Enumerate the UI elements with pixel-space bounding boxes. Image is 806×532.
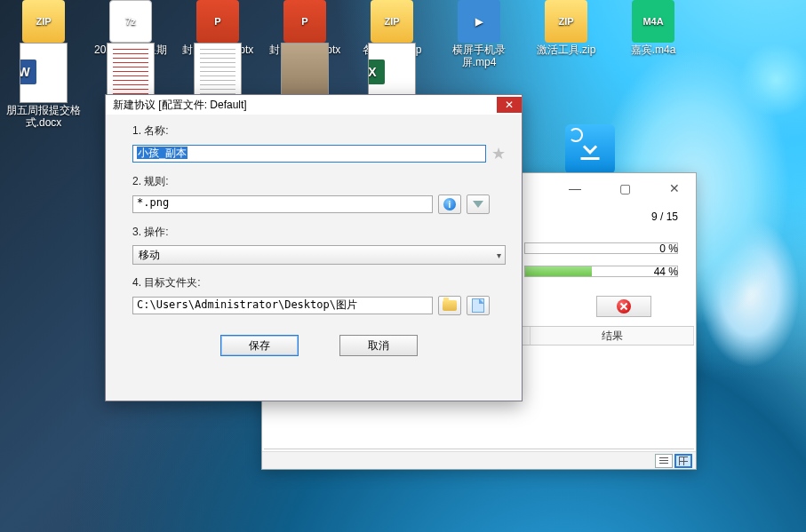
cancel-button[interactable]: 取消 [339,335,418,356]
view-list-button[interactable] [655,454,673,468]
error-icon [617,299,631,314]
action-label: 3. 操作: [132,225,506,240]
folder-icon [443,300,457,311]
progress-pct-1: 0 % [659,242,678,255]
maximize-button[interactable]: ▢ [607,179,642,198]
file-type-icon: ▶ [458,0,500,43]
desktop-icon[interactable]: ZIP激活工具.zip [523,0,610,69]
file-type-icon: M4A [632,0,674,43]
name-label: 1. 名称: [132,123,506,139]
icon-label: 嘉宾.m4a [610,44,697,57]
browse-folder-button[interactable] [438,296,461,315]
rule-label: 2. 规则: [132,174,506,189]
desktop-icon[interactable]: ▶横屏手机录屏.mp4 [435,0,523,69]
note-icon [472,298,484,313]
action-select[interactable]: 移动 ▾ [132,245,506,265]
file-type-icon: 7z [109,0,152,43]
file-type-icon: ZIP [371,0,413,43]
file-type-icon: P [196,0,239,43]
app-badge-icon: X [368,60,385,84]
icon-label: 横屏手机录屏.mp4 [435,44,523,69]
table-header-result[interactable]: 结果 [531,327,694,345]
chevron-down-icon: ▾ [497,250,501,260]
file-type-icon: ZIP [545,0,587,43]
rule-filter-button[interactable] [467,195,490,214]
name-input[interactable]: 小孩_副本 [132,145,486,163]
abort-button[interactable] [596,296,651,317]
desktop-icon[interactable]: M4A嘉宾.m4a [610,0,697,69]
target-notes-button[interactable] [467,296,490,315]
action-value: 移动 [139,248,160,263]
save-button[interactable]: 保存 [220,335,299,356]
rule-info-button[interactable]: i [438,195,461,214]
new-protocol-dialog: 新建协议 [配置文件: Default] ✕ 1. 名称: 小孩_副本 ★ 2.… [105,94,523,401]
funnel-icon [473,201,483,208]
icon-label: 朋五周报提交格式.docx [0,105,87,130]
file-type-icon: P [283,0,326,43]
dialog-close-button[interactable]: ✕ [497,97,522,113]
minimize-button[interactable]: — [557,179,593,198]
desktop-icon[interactable]: W朋五周报提交格式.docx [0,43,87,130]
icon-label: 激活工具.zip [523,44,610,57]
rule-input[interactable]: *.png [132,195,433,213]
app-badge-icon: W [20,60,36,84]
counter-label: 9 / 15 [651,210,678,223]
view-grid-button[interactable] [674,454,692,468]
info-icon: i [443,198,456,210]
progress-bar-1 [524,242,678,254]
target-label: 4. 目标文件夹: [132,275,506,290]
close-button[interactable]: ✕ [657,179,692,198]
file-thumb: W [20,43,68,103]
download-gadget[interactable] [565,124,615,174]
refresh-icon [569,128,583,142]
favorite-icon[interactable]: ★ [491,144,506,163]
target-input[interactable]: C:\Users\Administrator\Desktop\图片 [132,297,433,314]
progress-pct-2: 44 % [654,266,678,278]
file-type-icon: ZIP [22,0,65,43]
dialog-title: 新建协议 [配置文件: Default] [113,98,247,113]
